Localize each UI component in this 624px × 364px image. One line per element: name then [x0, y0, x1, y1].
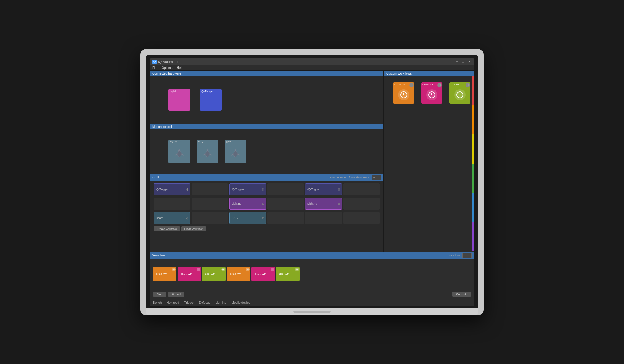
chart-wf-close[interactable]: ✕	[437, 83, 442, 87]
menu-bar: File Options Help	[150, 65, 474, 71]
craft-slot-r2c5-label: Lighting	[307, 202, 317, 205]
svg-line-2	[182, 154, 184, 155]
tab-hexapod[interactable]: Hexapod	[167, 301, 179, 305]
cal2-wf-label: CAL2_WF	[394, 83, 406, 86]
laptop-base	[146, 308, 478, 315]
tab-lighting[interactable]: Lighting	[215, 301, 226, 305]
le7-mc-card[interactable]: LE7	[225, 140, 246, 163]
wf-chip-cal2-2[interactable]: CAL2_WF ✕	[227, 267, 250, 281]
max-steps-input[interactable]	[372, 175, 381, 180]
strip-blue	[472, 193, 474, 222]
bottom-buttons-right: Calibrate	[452, 292, 471, 297]
craft-header: Craft Max. number of Workflow steps:	[150, 174, 383, 181]
craft-slot-r2c3[interactable]: Lighting ⚙	[229, 198, 266, 210]
le7-wf-icon	[454, 89, 466, 100]
wf-chip-le7-2-close[interactable]: ✕	[295, 268, 299, 271]
craft-slot-r2c4	[267, 198, 304, 210]
craft-slot-r2c5[interactable]: Lighting ⚙	[305, 198, 342, 210]
menu-help[interactable]: Help	[177, 66, 183, 70]
le7-wf-label: LE7_WF	[451, 83, 460, 86]
cal2-wf-item[interactable]: ✕ CAL2_WF	[393, 82, 414, 104]
tab-bench[interactable]: Bench	[153, 301, 162, 305]
craft-slot-r1c4	[267, 183, 304, 195]
craft-row1: iQ-Trigger ⚙ iQ-Trigger ⚙	[154, 183, 380, 195]
svg-line-5	[210, 154, 212, 155]
left-panel: Connected hardware Lighting iQ-Trigger	[150, 71, 384, 252]
menu-file[interactable]: File	[152, 66, 157, 70]
craft-row2: Lighting ⚙ Lighting ⚙	[154, 198, 380, 210]
le7-mc-label: LE7	[225, 140, 246, 145]
start-button[interactable]: Start	[153, 292, 166, 297]
gear-icon-r2c3[interactable]: ⚙	[262, 202, 265, 205]
craft-slot-r3c5	[305, 212, 342, 224]
craft-slot-r3c3[interactable]: CAL2 ⚙	[229, 212, 266, 224]
wf-chip-chart-2-close[interactable]: ✕	[271, 268, 274, 271]
workflow-items: CAL2_WF ✕ Chart_WF ✕ LE7_WF ✕	[150, 259, 474, 289]
craft-slot-r3c1[interactable]: Chart ⚙	[154, 212, 190, 224]
cal2-wf-close[interactable]: ✕	[409, 83, 414, 87]
clear-workflow-button[interactable]: Clear workflow	[181, 226, 206, 231]
strip-red	[472, 76, 474, 105]
craft-slot-r1c3-label: iQ-Trigger	[232, 188, 244, 191]
close-button[interactable]: ✕	[467, 59, 472, 64]
chart-mc-card[interactable]: Chart	[197, 140, 218, 163]
craft-buttons: Create workflow Clear workflow	[154, 226, 380, 231]
tab-defocus[interactable]: Defocus	[199, 301, 211, 305]
wf-chip-le7-1-close[interactable]: ✕	[221, 268, 225, 271]
iterations-input[interactable]	[462, 253, 472, 258]
chart-wf-item[interactable]: ✕ Chart_WF	[421, 82, 442, 104]
le7-wf-item[interactable]: ✕ LE7_WF	[449, 82, 470, 104]
gear-icon-r2c5[interactable]: ⚙	[338, 202, 340, 205]
le7-wf-close[interactable]: ✕	[466, 83, 470, 87]
bottom-buttons-left: Start Cancel	[153, 292, 184, 297]
iq-trigger-card-label: iQ-Trigger	[200, 89, 222, 94]
wf-chip-cal2-1-label: CAL2_WF	[154, 272, 168, 276]
wf-chip-le7-1[interactable]: LE7_WF ✕	[202, 267, 226, 281]
tab-mobile[interactable]: Mobile device	[231, 301, 250, 305]
craft-slot-r1c3[interactable]: iQ-Trigger ⚙	[229, 183, 266, 195]
svg-line-8	[238, 154, 240, 155]
iq-trigger-card[interactable]: iQ-Trigger	[200, 89, 222, 111]
custom-workflows-body: ✕ CAL2_WF	[384, 76, 474, 252]
strip-green	[472, 164, 474, 193]
svg-line-4	[203, 154, 205, 155]
wf-chip-cal2-1[interactable]: CAL2_WF ✕	[153, 267, 176, 281]
svg-point-0	[178, 149, 180, 151]
maximize-button[interactable]: □	[461, 59, 466, 64]
max-steps-container: Max. number of Workflow steps:	[330, 175, 381, 180]
gear-icon-r3c3[interactable]: ⚙	[262, 216, 265, 220]
iq-trigger-card-body	[200, 94, 222, 111]
minimize-button[interactable]: ─	[454, 59, 459, 64]
gear-icon-r1c3[interactable]: ⚙	[262, 187, 265, 191]
craft-slot-r1c6	[343, 183, 380, 195]
tab-trigger[interactable]: Trigger	[184, 301, 194, 305]
svg-point-6	[235, 149, 236, 151]
wf-chip-chart-1[interactable]: Chart_WF ✕	[178, 267, 201, 281]
craft-section: Craft Max. number of Workflow steps: iQ-…	[150, 174, 383, 252]
svg-line-7	[231, 154, 233, 155]
menu-options[interactable]: Options	[162, 66, 172, 70]
laptop-outer: iQ iQ-Automator ─ □ ✕ File Options Help	[140, 49, 484, 315]
create-workflow-button[interactable]: Create workflow	[154, 226, 180, 231]
wf-chip-le7-2[interactable]: LE7_WF ✕	[276, 267, 300, 281]
wf-chip-chart-1-close[interactable]: ✕	[197, 268, 200, 271]
cal2-mc-card[interactable]: CAL2	[168, 140, 190, 163]
calibrate-button[interactable]: Calibrate	[452, 292, 471, 297]
gear-icon-r1c5[interactable]: ⚙	[338, 187, 340, 191]
craft-slot-r1c1[interactable]: iQ-Trigger ⚙	[154, 183, 190, 195]
wf-chip-le7-1-label: LE7_WF	[204, 272, 216, 276]
craft-slot-r2c2	[192, 198, 228, 210]
gear-icon-r1c1[interactable]: ⚙	[186, 187, 189, 191]
wf-chip-cal2-2-close[interactable]: ✕	[246, 268, 250, 271]
wf-chip-chart-2[interactable]: Chart_WF ✕	[251, 267, 275, 281]
craft-slot-r1c5[interactable]: iQ-Trigger ⚙	[305, 183, 342, 195]
craft-slot-r3c4	[267, 212, 304, 224]
gear-icon-r3c1[interactable]: ⚙	[186, 216, 189, 220]
wf-chip-cal2-1-close[interactable]: ✕	[172, 268, 176, 271]
motion-control-section: Motion control CAL2	[150, 124, 383, 174]
craft-slot-r3c6	[343, 212, 380, 224]
screen-bezel: iQ iQ-Automator ─ □ ✕ File Options Help	[146, 55, 478, 308]
cancel-button[interactable]: Cancel	[168, 292, 184, 297]
lighting-card[interactable]: Lighting	[168, 89, 190, 111]
craft-slot-r2c6	[343, 198, 380, 210]
